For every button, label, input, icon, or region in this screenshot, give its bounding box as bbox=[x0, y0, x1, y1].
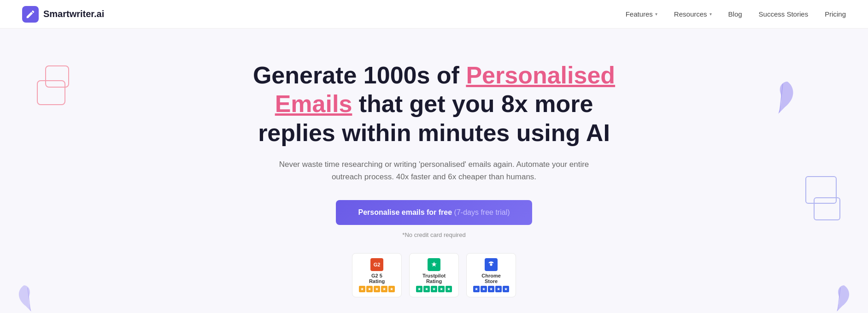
star-2: ★ bbox=[481, 286, 487, 292]
star-2: ★ bbox=[423, 286, 430, 292]
g2-badge: G2 G2 5Rating ★ ★ ★ ★ ★ bbox=[352, 253, 402, 297]
trustpilot-badge: ★ TrustpilotRating ★ ★ ★ ★ ★ bbox=[409, 253, 459, 297]
star-4: ★ bbox=[381, 286, 387, 292]
cta-label: Personalise emails for free bbox=[358, 208, 452, 216]
star-3: ★ bbox=[374, 286, 380, 292]
star-5: ★ bbox=[388, 286, 395, 292]
nav-item-pricing[interactable]: Pricing bbox=[825, 10, 846, 18]
trustpilot-stars: ★ ★ ★ ★ ★ bbox=[416, 286, 452, 292]
hero-title-part1: Generate 1000s of bbox=[253, 62, 466, 89]
nav-item-resources[interactable]: Resources ▾ bbox=[674, 10, 712, 18]
star-4: ★ bbox=[495, 286, 502, 292]
g2-icon: G2 bbox=[370, 258, 383, 271]
hero-title: Generate 1000s of Personalised Emails th… bbox=[236, 61, 632, 147]
star-1: ★ bbox=[359, 286, 365, 292]
nav-link-blog[interactable]: Blog bbox=[728, 10, 742, 18]
nav-item-success-stories[interactable]: Success Stories bbox=[759, 10, 809, 18]
logo-text: Smartwriter.ai bbox=[43, 9, 104, 19]
hero-section: Generate 1000s of Personalised Emails th… bbox=[0, 29, 868, 313]
rating-badges: G2 G2 5Rating ★ ★ ★ ★ ★ ★ TrustpilotRati… bbox=[352, 253, 516, 297]
star-2: ★ bbox=[366, 286, 373, 292]
feather-icon-top-right bbox=[771, 79, 794, 118]
no-credit-card-text: *No credit card required bbox=[402, 231, 465, 238]
logo-svg bbox=[25, 9, 35, 19]
chrome-stars: ★ ★ ★ ★ ★ bbox=[473, 286, 509, 292]
nav-link-success-stories[interactable]: Success Stories bbox=[759, 10, 809, 18]
hero-subtitle: Never waste time researching or writing … bbox=[277, 158, 591, 183]
star-1: ★ bbox=[416, 286, 422, 292]
feather-icon-bottom-left bbox=[18, 284, 37, 313]
chevron-down-icon: ▾ bbox=[655, 12, 657, 17]
feather-icon-bottom-right bbox=[831, 284, 850, 313]
chrome-icon bbox=[485, 258, 498, 271]
nav-link-features[interactable]: Features ▾ bbox=[626, 10, 657, 18]
deco-square-bottom-left bbox=[37, 80, 65, 105]
chevron-down-icon: ▾ bbox=[710, 12, 712, 17]
chrome-store-badge: ChromeStore ★ ★ ★ ★ ★ bbox=[466, 253, 516, 297]
trustpilot-label: TrustpilotRating bbox=[422, 273, 446, 284]
star-5: ★ bbox=[446, 286, 452, 292]
deco-square-bottom-right bbox=[814, 197, 840, 220]
trustpilot-icon: ★ bbox=[428, 258, 440, 271]
star-3: ★ bbox=[488, 286, 494, 292]
g2-stars: ★ ★ ★ ★ ★ bbox=[359, 286, 395, 292]
chrome-store-label: ChromeStore bbox=[481, 273, 501, 284]
cta-button[interactable]: Personalise emails for free (7-days free… bbox=[336, 200, 532, 225]
nav-item-blog[interactable]: Blog bbox=[728, 10, 742, 18]
star-1: ★ bbox=[473, 286, 480, 292]
decorative-squares-right bbox=[805, 176, 840, 220]
star-3: ★ bbox=[431, 286, 437, 292]
star-4: ★ bbox=[438, 286, 445, 292]
g2-label: G2 5Rating bbox=[369, 273, 385, 284]
navbar: Smartwriter.ai Features ▾ Resources ▾ Bl… bbox=[0, 0, 868, 29]
nav-item-features[interactable]: Features ▾ bbox=[626, 10, 657, 18]
nav-link-resources[interactable]: Resources ▾ bbox=[674, 10, 712, 18]
star-5: ★ bbox=[503, 286, 509, 292]
nav-links: Features ▾ Resources ▾ Blog Success Stor… bbox=[626, 10, 846, 18]
decorative-squares-left bbox=[37, 65, 69, 105]
cta-trial-text: (7-days free trial) bbox=[452, 208, 510, 216]
logo-link[interactable]: Smartwriter.ai bbox=[22, 6, 104, 23]
nav-link-pricing[interactable]: Pricing bbox=[825, 10, 846, 18]
logo-icon bbox=[22, 6, 39, 23]
